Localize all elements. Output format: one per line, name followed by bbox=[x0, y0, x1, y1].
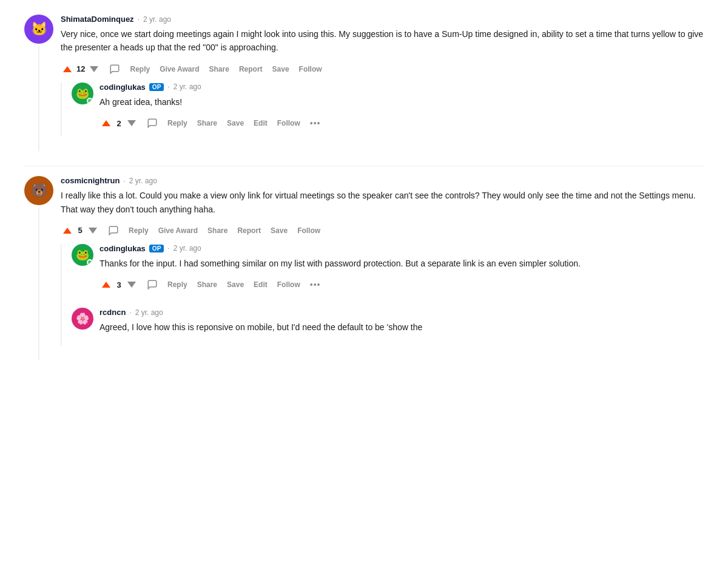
comment-icon-btn-2[interactable] bbox=[104, 222, 123, 239]
op-badge-2: OP bbox=[149, 245, 164, 252]
comment-text-1: Very nice, once we start doing meetings … bbox=[61, 27, 704, 55]
downvote-arrow-1 bbox=[90, 66, 98, 72]
downvote-button-2[interactable] bbox=[86, 225, 99, 236]
separator-n2b: · bbox=[129, 308, 131, 317]
page: 🐱 ShimataDominquez · 2 yr. ago Very nice… bbox=[0, 0, 728, 579]
separator-1: · bbox=[138, 15, 140, 24]
comment-icon-1 bbox=[109, 64, 120, 75]
nested-vote-group-2a: 3 bbox=[99, 279, 138, 290]
nested-upvote-arrow-2a bbox=[102, 282, 110, 288]
avatar-codinglukas-2: 🐸 bbox=[72, 244, 93, 266]
comment-outer-2: 🐻 cosmicnightrun · 2 yr. ago I really li… bbox=[24, 176, 704, 360]
username-rcdncn: rcdncn bbox=[99, 308, 126, 317]
nested-comment-left-2a: 🐸 bbox=[72, 244, 93, 298]
nested-more-btn-2a[interactable]: ••• bbox=[306, 277, 325, 292]
timestamp-n2b: 2 yr. ago bbox=[135, 308, 163, 317]
username-shimata: ShimataDominquez bbox=[61, 15, 134, 24]
nested-upvote-1[interactable] bbox=[99, 118, 113, 129]
nested-comment-2a: 🐸 codinglukas OP · 2 yr. ago bbox=[72, 244, 704, 298]
avatar-codinglukas-1: 🐸 bbox=[72, 83, 93, 104]
nested-save-btn-2a[interactable]: Save bbox=[223, 277, 248, 292]
nested-vote-count-2a: 3 bbox=[115, 280, 123, 290]
reply-button-2[interactable]: Reply bbox=[125, 223, 152, 238]
timestamp-2: 2 yr. ago bbox=[129, 177, 157, 185]
nested-upvote-2a[interactable] bbox=[99, 279, 113, 290]
save-button-2[interactable]: Save bbox=[267, 223, 291, 238]
nested-body-2a: codinglukas OP · 2 yr. ago Thanks for th… bbox=[99, 244, 704, 298]
nested-downvote-2a[interactable] bbox=[125, 279, 138, 290]
nested-share-btn-2a[interactable]: Share bbox=[194, 277, 221, 292]
give-award-button-2[interactable]: Give Award bbox=[155, 223, 201, 238]
action-bar-2: 5 Reply Give Award Share bbox=[61, 222, 704, 239]
nested-follow-btn-1[interactable]: Follow bbox=[274, 116, 304, 130]
report-button-1[interactable]: Report bbox=[235, 62, 266, 76]
reply-button-1[interactable]: Reply bbox=[126, 62, 153, 76]
timestamp-n1: 2 yr. ago bbox=[174, 83, 201, 91]
follow-button-1[interactable]: Follow bbox=[295, 62, 326, 76]
nested-downvote-1[interactable] bbox=[125, 118, 138, 129]
nested-more-btn-1[interactable]: ••• bbox=[306, 116, 325, 130]
thread-line-1 bbox=[38, 46, 39, 151]
comment-body-1: ShimataDominquez · 2 yr. ago Very nice, … bbox=[61, 15, 704, 151]
avatar-face-rcdncn: 🌸 bbox=[72, 308, 93, 330]
separator-n2a: · bbox=[167, 244, 169, 252]
op-badge-1: OP bbox=[149, 83, 164, 91]
upvote-button-2[interactable] bbox=[61, 225, 74, 236]
nested-comment-icon-btn-2a[interactable] bbox=[143, 276, 161, 293]
share-button-1[interactable]: Share bbox=[206, 62, 233, 76]
nested-text-2a: Thanks for the input. I had something si… bbox=[99, 257, 704, 270]
nested-vote-group-1: 2 bbox=[99, 118, 138, 129]
follow-button-2[interactable]: Follow bbox=[294, 223, 324, 238]
comment-icon-2 bbox=[108, 225, 119, 236]
nested-action-bar-2a: 3 bbox=[99, 276, 704, 293]
divider-1 bbox=[24, 166, 704, 166]
nested-header-1: codinglukas OP · 2 yr. ago bbox=[99, 83, 704, 92]
nested-text-1: Ah great idea, thanks! bbox=[99, 95, 704, 109]
comment-icon-btn-1[interactable] bbox=[106, 61, 124, 78]
save-button-1[interactable]: Save bbox=[269, 62, 293, 76]
nested-upvote-arrow-1 bbox=[102, 120, 110, 126]
username-coding-2: codinglukas bbox=[99, 244, 146, 253]
nested-body-2b: rcdncn · 2 yr. ago Agreed, I love how th… bbox=[99, 308, 704, 345]
downvote-button-1[interactable] bbox=[87, 64, 101, 75]
nested-header-2a: codinglukas OP · 2 yr. ago bbox=[99, 244, 704, 253]
upvote-button-1[interactable] bbox=[61, 64, 74, 75]
nested-comment-left-2b: 🌸 bbox=[72, 308, 93, 345]
timestamp-n2a: 2 yr. ago bbox=[174, 244, 201, 252]
vote-count-1: 12 bbox=[76, 64, 85, 73]
nested-reply-btn-1[interactable]: Reply bbox=[164, 116, 191, 130]
nested-comments-2: 🐸 codinglukas OP · 2 yr. ago bbox=[61, 244, 704, 345]
avatar-face-cosmic: 🐻 bbox=[24, 176, 53, 205]
nested-downvote-arrow-2a bbox=[127, 282, 136, 288]
give-award-button-1[interactable]: Give Award bbox=[156, 62, 203, 76]
comment-left-2: 🐻 bbox=[24, 176, 53, 360]
vote-count-2: 5 bbox=[76, 226, 84, 235]
nested-vote-count-1: 2 bbox=[115, 119, 123, 128]
nested-comment-2b: 🌸 rcdncn · 2 yr. ago Agreed, I love how … bbox=[72, 308, 704, 345]
nested-body-1: codinglukas OP · 2 yr. ago Ah great idea… bbox=[99, 83, 704, 137]
nested-reply-btn-2a[interactable]: Reply bbox=[164, 277, 191, 292]
nested-share-btn-1[interactable]: Share bbox=[194, 116, 221, 130]
share-button-2[interactable]: Share bbox=[204, 223, 231, 238]
nested-comment-icon-2a bbox=[147, 279, 158, 290]
nested-comment-icon-btn-1[interactable] bbox=[143, 115, 161, 132]
comment-header-1: ShimataDominquez · 2 yr. ago bbox=[61, 15, 704, 24]
upvote-arrow-2 bbox=[63, 228, 72, 234]
nested-downvote-arrow-1 bbox=[127, 120, 136, 126]
nested-header-2b: rcdncn · 2 yr. ago bbox=[99, 308, 704, 317]
avatar-face-shimata: 🐱 bbox=[24, 15, 53, 44]
report-button-2[interactable]: Report bbox=[234, 223, 265, 238]
comment-header-2: cosmicnightrun · 2 yr. ago bbox=[61, 176, 704, 185]
thread-line-2 bbox=[38, 208, 39, 360]
nested-follow-btn-2a[interactable]: Follow bbox=[274, 277, 304, 292]
nested-comment-1: 🐸 codinglukas OP · 2 yr. ago bbox=[72, 83, 704, 137]
username-coding-1: codinglukas bbox=[99, 83, 146, 92]
separator-n1: · bbox=[167, 83, 169, 91]
username-cosmic: cosmicnightrun bbox=[61, 176, 120, 185]
nested-edit-btn-2a[interactable]: Edit bbox=[250, 277, 271, 292]
upvote-arrow-1 bbox=[63, 66, 72, 72]
nested-edit-btn-1[interactable]: Edit bbox=[250, 116, 271, 130]
comment-text-2: I really like this a lot. Could you make… bbox=[61, 189, 704, 216]
comment-body-2: cosmicnightrun · 2 yr. ago I really like… bbox=[61, 176, 704, 360]
nested-save-btn-1[interactable]: Save bbox=[223, 116, 248, 130]
